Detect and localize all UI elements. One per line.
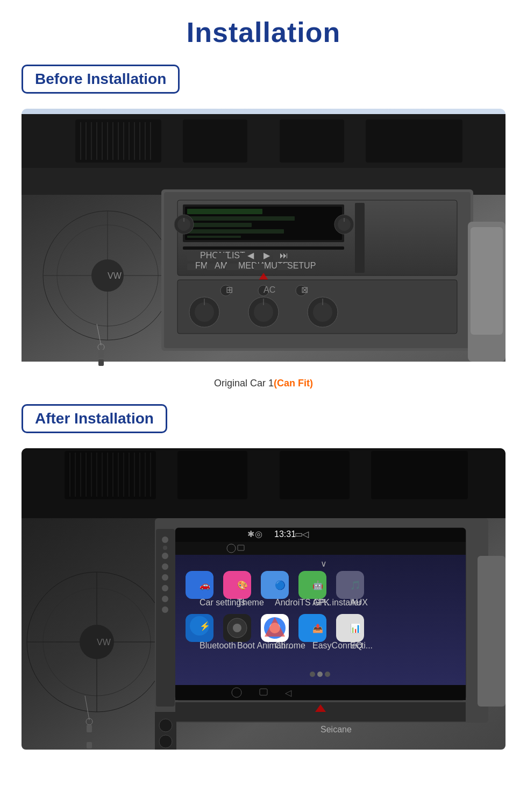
svg-point-185 (325, 672, 330, 677)
svg-text:⊠: ⊠ (301, 285, 308, 294)
svg-rect-6 (280, 119, 344, 163)
svg-text:▭: ▭ (295, 529, 303, 539)
svg-rect-5 (183, 119, 247, 163)
svg-rect-44 (187, 236, 241, 238)
svg-rect-94 (65, 451, 156, 499)
svg-point-184 (317, 672, 323, 677)
svg-text:🚗: 🚗 (200, 580, 210, 590)
svg-text:VW: VW (97, 638, 111, 647)
svg-rect-33 (98, 359, 104, 366)
svg-point-129 (162, 536, 168, 543)
svg-rect-32 (98, 350, 104, 358)
svg-rect-125 (87, 734, 92, 740)
svg-point-196 (159, 735, 172, 748)
svg-rect-43 (187, 229, 284, 234)
svg-text:◎: ◎ (255, 529, 262, 539)
svg-point-183 (310, 672, 315, 677)
svg-point-131 (162, 553, 168, 559)
svg-text:Seicane: Seicane (321, 725, 352, 734)
svg-point-195 (159, 719, 172, 732)
svg-text:📊: 📊 (350, 623, 361, 633)
svg-rect-91 (471, 227, 503, 335)
svg-text:SETUP: SETUP (287, 261, 316, 270)
svg-text:◀: ◀ (247, 251, 254, 260)
svg-rect-96 (280, 451, 350, 499)
svg-text:EasyConnecti...: EasyConnecti... (312, 641, 373, 650)
svg-text:✱: ✱ (247, 529, 254, 539)
svg-text:AUX: AUX (350, 598, 368, 607)
svg-rect-193 (478, 556, 505, 707)
svg-text:AM: AM (215, 261, 227, 270)
after-installation-image-container: VW ✱ ◎ 13:31 ▭ ◁ (22, 448, 505, 752)
before-caption: Original Car 1(Can Fit) (214, 378, 313, 389)
svg-text:Theme: Theme (237, 598, 264, 607)
svg-rect-40 (187, 209, 262, 214)
svg-rect-186 (175, 685, 466, 700)
after-installation-image: VW ✱ ◎ 13:31 ▭ ◁ (22, 448, 505, 750)
svg-text:🤖: 🤖 (312, 580, 323, 590)
svg-text:📤: 📤 (312, 623, 323, 633)
svg-point-130 (163, 546, 167, 550)
svg-text:⊞: ⊞ (226, 285, 233, 294)
svg-text:⏭: ⏭ (280, 251, 288, 260)
svg-text:13:31: 13:31 (274, 529, 296, 539)
svg-point-136 (162, 606, 168, 613)
before-installation-image-container: VW PHONE LIST ◀ ▶ ⏭ (22, 109, 505, 369)
before-installation-badge: Before Installation (22, 65, 180, 94)
svg-text:▶: ▶ (264, 251, 270, 260)
svg-text:Chrome: Chrome (275, 641, 305, 650)
svg-point-135 (162, 596, 168, 602)
svg-text:∨: ∨ (321, 559, 327, 568)
svg-point-82 (195, 302, 214, 322)
svg-rect-73 (355, 203, 365, 273)
svg-rect-124 (87, 725, 92, 732)
svg-point-133 (162, 574, 168, 581)
svg-rect-97 (371, 451, 468, 499)
svg-text:VW: VW (108, 271, 122, 280)
svg-point-85 (254, 302, 273, 322)
svg-rect-42 (187, 223, 252, 227)
svg-rect-126 (87, 742, 92, 749)
svg-point-171 (233, 624, 241, 632)
svg-text:🎵: 🎵 (350, 580, 361, 590)
svg-rect-95 (177, 451, 247, 499)
svg-text:◁: ◁ (302, 529, 309, 539)
page-title: Installation (187, 16, 340, 48)
svg-rect-41 (187, 216, 295, 221)
svg-rect-145 (175, 542, 466, 555)
svg-text:FM: FM (195, 261, 208, 270)
svg-rect-139 (175, 535, 466, 542)
svg-text:AC: AC (264, 285, 275, 294)
svg-text:🔵: 🔵 (275, 580, 286, 590)
svg-point-132 (162, 563, 168, 570)
svg-text:⚡: ⚡ (200, 621, 210, 631)
svg-text:EQ: EQ (350, 641, 362, 650)
before-installation-image: VW PHONE LIST ◀ ▶ ⏭ (22, 109, 505, 367)
svg-text:Bluetooth: Bluetooth (200, 641, 236, 650)
svg-text:◁: ◁ (285, 688, 292, 697)
svg-point-134 (162, 585, 168, 591)
svg-rect-45 (183, 246, 344, 250)
svg-point-88 (313, 302, 332, 322)
svg-text:🎨: 🎨 (237, 580, 248, 590)
svg-rect-7 (366, 119, 462, 163)
after-installation-badge: After Installation (22, 404, 167, 433)
can-fit-text: (Can Fit) (274, 378, 313, 389)
